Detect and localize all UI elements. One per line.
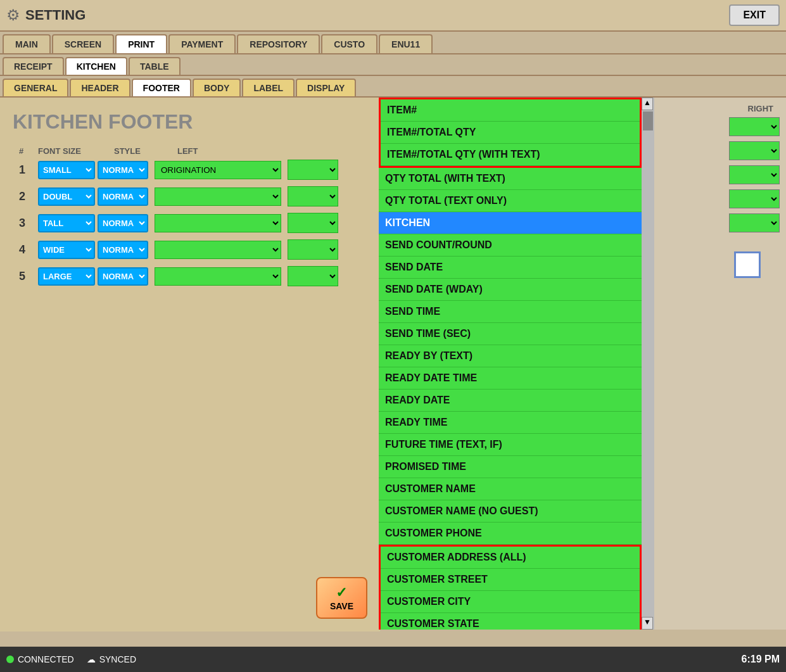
dropdown-item[interactable]: CUSTOMER STREET [381, 569, 640, 591]
gear-icon: ⚙ [6, 6, 20, 24]
app-title: SETTING [25, 7, 86, 23]
dropdown-item[interactable]: CUSTOMER CITY [381, 591, 640, 613]
font-select-1[interactable]: SMALLDOUBLETALLWIDELARGE [38, 161, 95, 179]
dropdown-item[interactable]: PROMISED TIME [379, 456, 642, 478]
right-select-row3[interactable] [729, 165, 780, 184]
right-select-3[interactable] [288, 213, 338, 233]
dropdown-item[interactable]: SEND DATE [379, 257, 642, 279]
left-select-2[interactable] [155, 187, 281, 206]
right-select-2[interactable] [288, 186, 338, 206]
col-header-font: FONT SIZE [38, 146, 114, 156]
tab-repository[interactable]: REPOSITORY [237, 34, 320, 53]
tab-print[interactable]: PRINT [115, 34, 167, 53]
dropdown-item[interactable]: READY DATE [379, 390, 642, 412]
dropdown-item[interactable]: CUSTOMER NAME (NO GUEST) [379, 500, 642, 523]
checkbox-area [661, 251, 780, 278]
scrollbar[interactable]: ▲ ▼ [642, 98, 654, 630]
left-select-4[interactable] [155, 241, 281, 259]
font-select-5[interactable]: LARGE [38, 267, 95, 286]
status-bar: CONNECTED ☁ SYNCED 6:19 PM [0, 647, 786, 672]
synced-label: SYNCED [99, 654, 136, 664]
table-row: 2 DOUBL NORMA [13, 186, 367, 206]
right-selects [661, 117, 780, 232]
row-num-3: 3 [19, 217, 38, 230]
row-num-5: 5 [19, 270, 38, 283]
tab-receipt[interactable]: RECEIPT [3, 57, 64, 75]
dropdown-item[interactable]: READY DATE TIME [379, 367, 642, 390]
dropdown-item[interactable]: QTY TOTAL (WITH TEXT) [379, 168, 642, 190]
dropdown-item[interactable]: ITEM# [381, 99, 640, 122]
right-panel: RIGHT [654, 98, 786, 630]
main-content: KITCHEN FOOTER # FONT SIZE STYLE LEFT 1 … [0, 98, 786, 631]
header: ⚙ SETTING EXIT [0, 0, 786, 32]
tab-header[interactable]: HEADER [70, 79, 130, 96]
left-panel: KITCHEN FOOTER # FONT SIZE STYLE LEFT 1 … [0, 98, 380, 631]
dropdown-item[interactable]: ITEM#/TOTAL QTY (WITH TEXT) [381, 144, 640, 166]
table-row: 5 LARGE NORMA [13, 266, 367, 286]
tab-label[interactable]: LABEL [242, 79, 295, 96]
right-select-row5[interactable] [729, 213, 780, 232]
connected-label: CONNECTED [18, 654, 74, 664]
status-time: 6:19 PM [742, 654, 780, 665]
exit-button[interactable]: EXIT [729, 4, 780, 26]
dropdown-item[interactable]: CUSTOMER NAME [379, 478, 642, 500]
dropdown-item[interactable]: CUSTOMER ADDRESS (ALL) [381, 547, 640, 569]
font-select-3[interactable]: TALL [38, 214, 95, 232]
scroll-up-button[interactable]: ▲ [642, 98, 653, 110]
dropdown-panel: ITEM# ITEM#/TOTAL QTY ITEM#/TOTAL QTY (W… [379, 98, 642, 630]
tab-display[interactable]: DISPLAY [296, 79, 356, 96]
right-select-row1[interactable] [729, 117, 780, 136]
tab-table[interactable]: TABLE [129, 57, 181, 75]
tab-footer[interactable]: FOOTER [132, 79, 191, 96]
tab-enu11[interactable]: ENU11 [379, 34, 433, 53]
dropdown-item[interactable]: SEND DATE (WDAY) [379, 279, 642, 301]
checkbox[interactable] [734, 251, 761, 278]
right-select-row2[interactable] [729, 141, 780, 160]
table-row: 4 WIDE NORMA [13, 239, 367, 260]
connected-dot [6, 656, 14, 663]
left-select-3[interactable] [155, 214, 281, 232]
tab-payment[interactable]: PAYMENT [168, 34, 236, 53]
dropdown-item[interactable]: QTY TOTAL (TEXT ONLY) [379, 190, 642, 212]
scroll-down-button[interactable]: ▼ [642, 617, 653, 630]
right-select-5[interactable] [288, 266, 338, 286]
style-select-3[interactable]: NORMA [98, 214, 148, 232]
style-select-4[interactable]: NORMA [98, 241, 148, 259]
dropdown-item[interactable]: FUTURE TIME (TEXT, IF) [379, 434, 642, 456]
dropdown-item[interactable]: READY TIME [379, 412, 642, 434]
right-select-1[interactable] [288, 160, 338, 180]
col-header-style: STYLE [114, 146, 177, 156]
dropdown-item[interactable]: CUSTOMER STATE [381, 613, 640, 630]
dropdown-section-bottom: CUSTOMER ADDRESS (ALL) CUSTOMER STREET C… [379, 545, 642, 630]
table-row: 1 SMALLDOUBLETALLWIDELARGE NORMABOLD ORI… [13, 160, 367, 180]
tab-custo[interactable]: CUSTO [321, 34, 377, 53]
tab-kitchen[interactable]: KITCHEN [65, 57, 127, 75]
cloud-icon: ☁ [87, 654, 96, 664]
dropdown-item[interactable]: READY BY (TEXT) [379, 345, 642, 367]
scroll-thumb[interactable] [643, 111, 653, 130]
dropdown-item-selected[interactable]: KITCHEN [379, 212, 642, 234]
tab-general[interactable]: GENERAL [3, 79, 68, 96]
font-select-4[interactable]: WIDE [38, 241, 95, 259]
tab-main[interactable]: MAIN [3, 34, 51, 53]
save-area: ✓ SAVE [316, 577, 367, 619]
dropdown-section-top: ITEM# ITEM#/TOTAL QTY ITEM#/TOTAL QTY (W… [379, 98, 642, 168]
row-num-1: 1 [19, 163, 38, 177]
dropdown-item[interactable]: SEND TIME [379, 301, 642, 323]
style-select-5[interactable]: NORMA [98, 267, 148, 286]
save-button[interactable]: ✓ SAVE [316, 577, 367, 619]
dropdown-item[interactable]: SEND COUNT/ROUND [379, 234, 642, 257]
right-select-row4[interactable] [729, 189, 780, 208]
dropdown-item[interactable]: CUSTOMER PHONE [379, 523, 642, 545]
dropdown-item[interactable]: ITEM#/TOTAL QTY [381, 122, 640, 144]
font-select-2[interactable]: DOUBL [38, 187, 95, 206]
tab-body[interactable]: BODY [193, 79, 241, 96]
style-select-1[interactable]: NORMABOLD [98, 161, 148, 179]
tab-screen[interactable]: SCREEN [52, 34, 114, 53]
dropdown-item[interactable]: SEND TIME (SEC) [379, 323, 642, 345]
right-select-4[interactable] [288, 239, 338, 260]
left-select-1[interactable]: ORIGINATION [155, 161, 281, 179]
left-select-5[interactable] [155, 267, 281, 286]
style-select-2[interactable]: NORMA [98, 187, 148, 206]
right-header-label: RIGHT [661, 104, 780, 113]
